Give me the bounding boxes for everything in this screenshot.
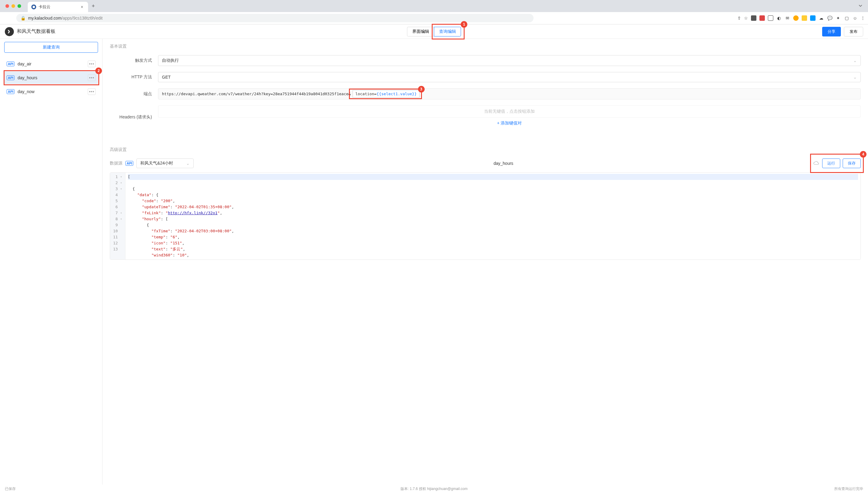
api-icon: API xyxy=(125,161,133,166)
endpoint-dynamic: location={{select1.value}} xyxy=(353,90,419,98)
lock-icon: 🔒 xyxy=(21,16,26,21)
ext-icon-8[interactable]: ☁ xyxy=(819,15,824,21)
trigger-select[interactable]: 自动执行 ⌄ xyxy=(158,55,861,66)
status-bar: 已保存 版本: 1.7.6 授权 hijiangchuan@gmail.com … xyxy=(0,485,868,485)
close-tab-icon[interactable]: × xyxy=(80,4,84,9)
tab-bar: 卡拉云 × + xyxy=(0,0,868,12)
advanced-title: 高级设置 xyxy=(110,147,861,152)
ext-icon-1[interactable] xyxy=(751,15,757,21)
query-item-day-now[interactable]: API day_now ••• xyxy=(4,85,98,98)
new-tab-button[interactable]: + xyxy=(88,3,99,9)
method-label: HTTP 方法 xyxy=(110,74,158,80)
query-actions: 运行 保存 xyxy=(813,158,861,168)
minimize-window-button[interactable] xyxy=(12,4,15,8)
menu-icon[interactable]: ⋮ xyxy=(861,16,865,21)
share-button[interactable]: 分享 xyxy=(822,27,841,37)
datasource-row: 数据源 API 和风天气&24小时 ⌄ day_hours 运行 保存 4 xyxy=(110,158,861,168)
trigger-label: 触发方式 xyxy=(110,58,158,63)
headers-row: Headers (请求头) 当前无键值，点击按钮添加 + 添加键值对 xyxy=(110,105,861,129)
mode-switcher: 界面编辑 查询编辑 1 xyxy=(407,27,461,37)
code-editor[interactable]: 1▾ 2▾ 3▾ 4 5 6 7▾ 8▾ 9 10 11 12 13 [ { "… xyxy=(110,172,861,260)
query-edit-mode-button[interactable]: 查询编辑 xyxy=(434,27,461,37)
advanced-section: 高级设置 数据源 API 和风天气&24小时 ⌄ day_hours 运行 保存 xyxy=(110,147,861,260)
close-window-button[interactable] xyxy=(5,4,9,8)
chevron-down-icon: ⌄ xyxy=(853,58,857,63)
trigger-row: 触发方式 自动执行 ⌄ xyxy=(110,55,861,66)
more-icon[interactable]: ••• xyxy=(88,61,96,67)
new-query-button[interactable]: 新建查询 xyxy=(4,42,98,53)
api-icon: API xyxy=(7,89,15,94)
window-controls xyxy=(2,4,24,8)
panel-icon[interactable]: ▢ xyxy=(844,15,849,21)
query-item-label: day_now xyxy=(18,89,85,94)
query-item-day-air[interactable]: API day_air ••• xyxy=(4,58,98,70)
expand-tabs-icon[interactable] xyxy=(859,4,866,9)
ext-icon-9[interactable]: 💬 xyxy=(827,15,832,21)
ui-edit-mode-button[interactable]: 界面编辑 xyxy=(407,27,434,37)
query-name-display: day_hours xyxy=(493,161,513,166)
publish-button[interactable]: 发布 xyxy=(844,27,863,37)
api-icon: API xyxy=(7,62,15,66)
share-icon[interactable]: ⇧ xyxy=(738,16,741,21)
query-item-day-hours[interactable]: API day_hours ••• xyxy=(4,71,98,84)
save-button[interactable]: 保存 xyxy=(843,158,861,168)
endpoint-label: 端点 xyxy=(110,91,158,97)
endpoint-static: https://devapi.qweather.com/v7/weather/2… xyxy=(162,92,351,96)
main-layout: 新建查询 API day_air ••• API day_hours ••• 2… xyxy=(0,39,868,485)
trigger-value: 自动执行 xyxy=(162,58,179,63)
cloud-icon xyxy=(813,160,820,167)
query-item-label: day_hours xyxy=(18,75,85,80)
svg-point-0 xyxy=(33,6,35,8)
more-icon[interactable]: ••• xyxy=(88,74,96,81)
browser-tab[interactable]: 卡拉云 × xyxy=(28,2,88,12)
chevron-down-icon: ⌄ xyxy=(853,75,857,80)
datasource-label: 数据源 xyxy=(110,160,122,166)
endpoint-row: 端点 https://devapi.qweather.com/v7/weathe… xyxy=(110,88,861,100)
ext-icon-4[interactable]: ◐ xyxy=(776,15,782,21)
ext-icon-2[interactable] xyxy=(760,15,765,21)
ext-icon-3[interactable] xyxy=(768,15,773,21)
bookmark-icon[interactable]: ☆ xyxy=(744,16,748,21)
ext-icon-6[interactable] xyxy=(802,15,807,21)
method-select[interactable]: GET ⌄ xyxy=(158,72,861,82)
app-logo-icon xyxy=(5,27,14,36)
url-host: my.kalacloud.com xyxy=(28,16,62,21)
ext-icon-5[interactable] xyxy=(793,15,799,21)
annotation-badge-4: 4 xyxy=(860,151,867,157)
endpoint-input[interactable]: https://devapi.qweather.com/v7/weather/2… xyxy=(158,88,861,100)
headers-placeholder: 当前无键值，点击按钮添加 xyxy=(158,105,861,117)
method-row: HTTP 方法 GET ⌄ xyxy=(110,72,861,82)
api-icon: API xyxy=(7,75,15,80)
browser-chrome: 卡拉云 × + 🔒 my.kalacloud.com/apps/9cs138tz… xyxy=(0,0,868,24)
code-body[interactable]: [ { "data": { "code": "200", "updateTime… xyxy=(125,173,861,259)
ext-icon-7[interactable] xyxy=(810,15,815,21)
app-header: 和风天气数据看板 界面编辑 查询编辑 1 分享 发布 xyxy=(0,24,868,39)
address-bar[interactable]: 🔒 my.kalacloud.com/apps/9cs138tz6h/edit xyxy=(16,14,534,22)
toolbar-icons: ⇧ ☆ ◐ ✉ ☁ 💬 ✦ ▢ ☺ ⋮ xyxy=(738,15,865,21)
extensions-icon[interactable]: ✦ xyxy=(835,15,841,21)
more-icon[interactable]: ••• xyxy=(88,88,96,95)
maximize-window-button[interactable] xyxy=(18,4,21,8)
content-panel: 基本设置 触发方式 自动执行 ⌄ HTTP 方法 GET ⌄ 端点 https:… xyxy=(103,39,868,485)
run-button[interactable]: 运行 xyxy=(822,158,840,168)
datasource-value: 和风天气&24小时 xyxy=(140,160,173,166)
basic-settings-title: 基本设置 xyxy=(110,44,861,49)
chevron-down-icon: ⌄ xyxy=(186,161,190,166)
page-title: 和风天气数据看板 xyxy=(17,28,56,35)
line-gutter: 1▾ 2▾ 3▾ 4 5 6 7▾ 8▾ 9 10 11 12 13 xyxy=(110,173,125,259)
datasource-select[interactable]: 和风天气&24小时 ⌄ xyxy=(136,158,194,168)
ext-icon-mail[interactable]: ✉ xyxy=(785,15,790,21)
headers-label: Headers (请求头) xyxy=(110,114,158,120)
query-item-label: day_air xyxy=(18,62,85,66)
method-value: GET xyxy=(162,75,171,80)
avatar-icon[interactable]: ☺ xyxy=(852,15,858,21)
tab-title: 卡拉云 xyxy=(39,4,80,9)
url-path: /apps/9cs138tz6h/edit xyxy=(62,16,103,21)
url-bar: 🔒 my.kalacloud.com/apps/9cs138tz6h/edit … xyxy=(0,12,868,24)
add-kv-button[interactable]: + 添加键值对 xyxy=(158,117,861,129)
query-sidebar: 新建查询 API day_air ••• API day_hours ••• 2… xyxy=(0,39,103,485)
favicon-icon xyxy=(32,4,36,9)
